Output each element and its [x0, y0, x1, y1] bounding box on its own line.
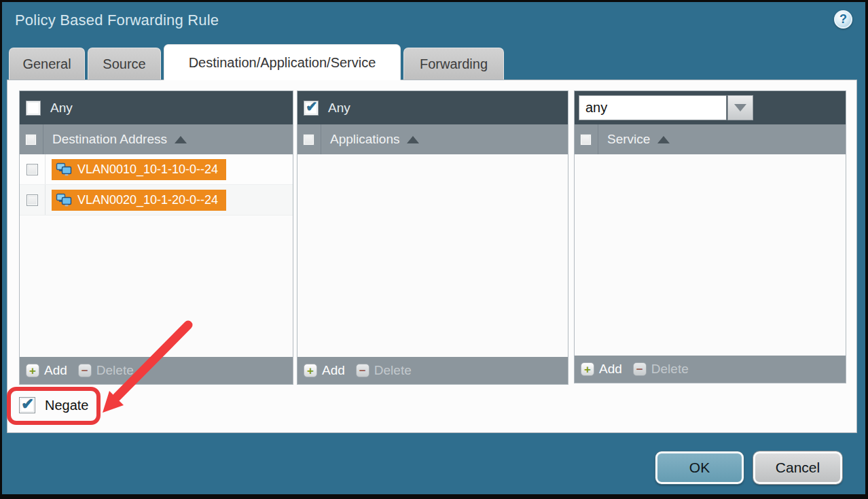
add-label: Add — [599, 362, 622, 377]
network-icon — [56, 162, 73, 177]
applications-any-label: Any — [328, 101, 350, 116]
applications-column-header[interactable]: Applications — [297, 124, 568, 154]
tab-general[interactable]: General — [9, 48, 85, 80]
ok-button-label: OK — [689, 460, 710, 476]
plus-icon: + — [581, 362, 594, 376]
network-icon — [56, 193, 73, 207]
ok-button[interactable]: OK — [655, 451, 744, 484]
dialog-window: Policy Based Forwarding Rule ? General S… — [0, 0, 868, 499]
plus-icon: + — [26, 364, 39, 377]
service-mode-dropdown[interactable]: any — [579, 95, 753, 120]
tab-source[interactable]: Source — [88, 48, 161, 80]
service-dropdown-value[interactable]: any — [579, 95, 727, 120]
header-divider — [321, 124, 321, 154]
destination-address-panel: Any Destination Address — [19, 90, 293, 385]
tab-label: Forwarding — [420, 56, 488, 72]
address-object-label: VLAN0020_10-1-20-0--24 — [77, 193, 218, 207]
destination-footer: + Add − Delete — [20, 357, 293, 384]
service-footer: + Add − Delete — [575, 356, 846, 383]
destination-any-label: Any — [50, 101, 73, 116]
tab-forwarding[interactable]: Forwarding — [403, 48, 504, 80]
add-button[interactable]: + Add — [26, 363, 67, 378]
plus-icon: + — [304, 364, 317, 377]
delete-button[interactable]: − Delete — [78, 363, 134, 378]
applications-any-checkbox[interactable] — [304, 101, 319, 116]
delete-button[interactable]: − Delete — [356, 363, 412, 378]
sort-ascending-icon — [657, 136, 670, 143]
row-checkbox[interactable] — [26, 164, 38, 175]
applications-panel: Any Applications + Add − Delete — [297, 90, 568, 385]
destination-list: VLAN0010_10-1-10-0--24 VLAN — [20, 154, 293, 357]
service-dropdown-bar: any — [575, 91, 846, 124]
delete-label: Delete — [651, 362, 689, 377]
table-row[interactable]: VLAN0010_10-1-10-0--24 — [20, 154, 293, 185]
service-panel: any Service + Add − — [574, 90, 846, 383]
add-label: Add — [44, 363, 67, 378]
help-icon[interactable]: ? — [834, 10, 852, 29]
delete-label: Delete — [374, 363, 412, 378]
header-divider — [598, 124, 598, 154]
applications-any-bar: Any — [297, 91, 568, 124]
destination-select-all-checkbox[interactable] — [25, 134, 37, 145]
tab-destination-application-service[interactable]: Destination/Application/Service — [164, 44, 401, 80]
chevron-down-icon — [734, 104, 746, 111]
add-button[interactable]: + Add — [304, 363, 345, 378]
address-object-chip[interactable]: VLAN0020_10-1-20-0--24 — [52, 190, 226, 211]
minus-icon: − — [78, 364, 92, 377]
tab-content-panel: Any Destination Address — [7, 80, 857, 433]
minus-icon: − — [633, 362, 647, 376]
cancel-button[interactable]: Cancel — [753, 451, 842, 484]
applications-select-all-checkbox[interactable] — [303, 134, 314, 145]
minus-icon: − — [356, 364, 369, 377]
applications-footer: + Add − Delete — [297, 357, 568, 384]
sort-ascending-icon — [175, 136, 187, 143]
address-object-label: VLAN0010_10-1-10-0--24 — [77, 162, 218, 177]
dialog-title: Policy Based Forwarding Rule — [15, 12, 219, 29]
service-list — [575, 154, 846, 356]
add-button[interactable]: + Add — [581, 362, 622, 377]
delete-label: Delete — [96, 363, 134, 378]
tab-label: General — [22, 56, 71, 72]
destination-any-bar: Any — [20, 91, 293, 124]
service-header-label: Service — [607, 132, 650, 147]
service-column-header[interactable]: Service — [575, 124, 846, 154]
address-object-chip[interactable]: VLAN0010_10-1-10-0--24 — [52, 159, 226, 180]
sort-ascending-icon — [407, 136, 419, 143]
delete-button[interactable]: − Delete — [633, 362, 689, 377]
tab-label: Source — [103, 56, 145, 72]
applications-header-label: Applications — [330, 132, 399, 147]
cancel-button-label: Cancel — [776, 460, 820, 476]
row-checkbox-cell — [20, 185, 46, 215]
dropdown-button[interactable] — [727, 95, 753, 120]
destination-any-checkbox[interactable] — [26, 101, 41, 116]
add-label: Add — [322, 363, 345, 378]
annotation-highlight-box — [7, 387, 101, 425]
header-divider — [43, 124, 43, 154]
row-checkbox-cell — [20, 154, 46, 184]
tab-label: Destination/Application/Service — [189, 55, 376, 71]
table-row[interactable]: VLAN0020_10-1-20-0--24 — [20, 185, 293, 216]
row-checkbox[interactable] — [26, 194, 38, 206]
applications-list — [297, 154, 568, 357]
service-select-all-checkbox[interactable] — [580, 134, 592, 145]
destination-column-header[interactable]: Destination Address — [20, 124, 293, 154]
destination-header-label: Destination Address — [52, 132, 167, 147]
